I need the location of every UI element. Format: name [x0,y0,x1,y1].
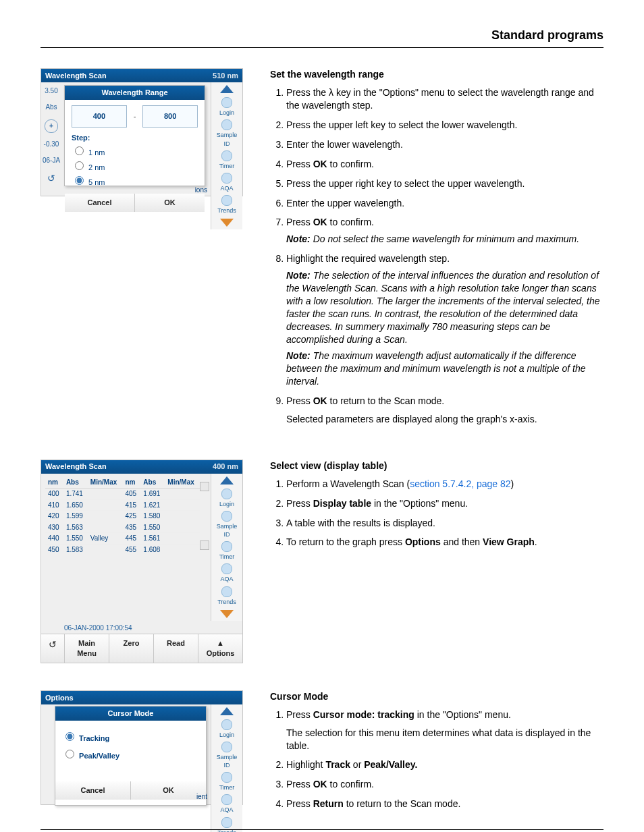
note-after-8a-text: The selection of the interval influences… [286,270,600,344]
note-after-7-text: Do not select the same wavelength for mi… [313,233,580,244]
step-5nm[interactable]: 5 nm [72,174,198,188]
cm-step-2: Highlight Track or Peak/Valley. [286,758,603,771]
zero-button[interactable]: Zero [109,634,154,663]
sb-timer[interactable]: Timer [213,772,240,792]
sb-trends[interactable]: Trends [213,586,240,606]
sb-timer[interactable]: Timer [213,541,240,561]
sb-aqa[interactable]: AQA [213,563,240,583]
sb-sample[interactable]: Sample ID [213,119,240,147]
step-7: Press OK to confirm. Note: Do not select… [286,216,603,246]
opt-tracking[interactable]: Tracking [62,730,199,744]
shot-reading: 510 nm [213,71,238,81]
shot2-title: Wavelength Scan [45,462,107,472]
l: Sample ID [217,523,238,538]
shot-caption: ions [195,186,207,195]
step-label: Step: [72,133,198,143]
arrow-up-icon [220,476,234,484]
step-3: Enter the lower wavelength. [286,138,603,151]
sb-trends-label: Trends [217,207,236,214]
sv-step-2: Press Display table in the "Options" men… [286,497,603,510]
l: AQA [220,576,233,582]
l: Login [219,501,234,507]
table-row: 4201.5994251.580 [45,511,200,522]
scroll-up-icon[interactable] [200,482,209,491]
shot3-titlebar: Options [41,691,242,704]
sb-timer-label: Timer [219,163,235,169]
xref-link[interactable]: section 5.7.4.2, page 82 [410,478,510,489]
sb-login-label: Login [219,109,234,116]
axis-date: 06-JA [43,156,60,165]
sb-trends[interactable]: Trends [213,195,240,215]
axis-unit: Abs [45,103,57,112]
step-9: Press OK to return to the Scan mode. Sel… [286,395,603,426]
sb-login[interactable]: Login [213,97,240,117]
section-title-cursor-mode: Cursor Mode [270,690,603,703]
steps-select-view: Perform a Wavelength Scan (section 5.7.4… [270,478,603,549]
step-2: Press the upper left key to select the l… [286,119,603,132]
back-icon: ↺ [47,172,55,185]
sb-aqa[interactable]: AQA [213,173,240,192]
step-1nm[interactable]: 1 nm [72,144,198,158]
opt-peakvalley[interactable]: Peak/Valley [62,748,199,761]
sb-login[interactable]: Login [213,489,240,508]
sv-step-4: To return to the graph press Options and… [286,536,603,549]
step-2nm-label: 2 nm [88,163,105,171]
axis-ymin: -0.30 [44,140,59,149]
cancel-button[interactable]: Cancel [65,194,135,212]
shot-sidebar: Login Sample ID Timer AQA Trends [211,82,242,229]
cm-cancel-button[interactable]: Cancel [55,781,131,800]
low-wavelength-box[interactable]: 400 [72,105,127,128]
table-row: 4301.5634351.550 [45,522,200,533]
sv-step-1: Perform a Wavelength Scan (section 5.7.4… [286,478,603,491]
options-label: Options [207,649,235,657]
shot2-titlebar: Wavelength Scan 400 nm [41,460,242,474]
step-4: Press OK to confirm. [286,158,603,171]
l: AQA [220,806,233,813]
l: Sample ID [217,754,238,769]
main-menu-button[interactable]: Main Menu [65,634,109,663]
cm-ok-button[interactable]: OK [131,781,206,800]
table-row: 4501.5834551.608 [45,544,200,555]
sb-timer[interactable]: Timer [213,150,240,170]
sb-sample[interactable]: Sample ID [213,742,240,769]
popup-cursor-mode: Cursor Mode Tracking Peak/Valley Cancel [55,706,207,806]
step-9-text: Press OK to return to the Scan mode. [286,395,444,406]
options-button[interactable]: ▲Options [198,634,242,663]
shot3-title: Options [45,693,74,703]
step-5nm-label: 5 nm [88,178,105,186]
l: Trends [217,599,236,605]
screenshot-wavelength-range: Wavelength Scan 510 nm 3.50 Abs + -0.30 … [41,68,243,196]
high-wavelength-box[interactable]: 800 [142,105,198,128]
after-9-text: Selected parameters are displayed along … [286,413,603,426]
sb-aqa[interactable]: AQA [213,794,240,814]
scroll-down-icon[interactable] [200,540,209,550]
shot2-reading: 400 nm [213,462,238,472]
header-rule [41,47,603,48]
sb-aqa-label: AQA [220,185,233,192]
l: Login [219,731,234,738]
steps-cursor-mode: Press Cursor mode: tracking in the "Opti… [270,709,603,810]
table-row: 4401.550Valley4451.561 [45,533,200,545]
cm-step-4: Press Return to return to the Scan mode. [286,798,603,810]
shot-titlebar: Wavelength Scan 510 nm [41,69,242,82]
sv1b: ) [511,478,514,489]
shot-left-axis: 3.50 Abs + -0.30 06-JA ↺ [41,82,61,189]
sb-login[interactable]: Login [213,719,240,739]
footer-rule [41,829,603,830]
section-title-select-view: Select view (display table) [270,460,603,472]
arrow-down-icon [220,219,234,227]
shot3-caption: ient [196,792,207,802]
cm1: Press Cursor mode: tracking in the "Opti… [286,709,511,720]
section-title-set-range: Set the wavelength range [270,68,603,81]
sv-step-3: A table with the results is displayed. [286,517,603,530]
table-scrollbar[interactable] [200,476,209,556]
back-button[interactable]: ↺ [41,634,65,663]
sb-sample[interactable]: Sample ID [213,511,240,538]
screenshot-table-view: Wavelength Scan 400 nm nmAbsMin/MaxnmAbs… [41,460,243,663]
step-2nm[interactable]: 2 nm [72,159,198,173]
ok-button[interactable]: OK [135,194,205,212]
l: Timer [219,784,235,791]
cm-step-3: Press OK to confirm. [286,778,603,791]
read-button[interactable]: Read [154,634,198,663]
step-8-text: Highlight the required wavelength step. [286,253,450,264]
